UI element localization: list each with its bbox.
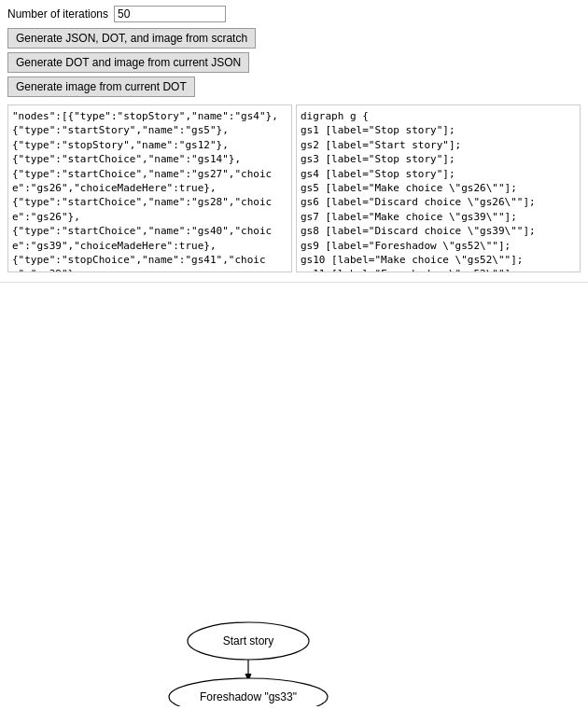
generate-json-dot-image-button[interactable]: Generate JSON, DOT, and image from scrat… (7, 28, 256, 49)
dot-editor-container: digraph g { gs1 [label="Stop story"]; gs… (296, 104, 581, 272)
btn2-row: Generate DOT and image from current JSON (7, 52, 581, 77)
btn1-row: Generate JSON, DOT, and image from scrat… (7, 28, 581, 52)
generate-image-button[interactable]: Generate image from current DOT (7, 77, 195, 97)
btn3-row: Generate image from current DOT (7, 77, 581, 101)
node-start-story-label: Start story (223, 634, 274, 647)
separator (0, 282, 588, 283)
top-section: Number of iterations Generate JSON, DOT,… (0, 0, 588, 278)
json-editor-container: "nodes":[{"type":"stopStory","name":"gs4… (7, 104, 292, 272)
generate-dot-image-button[interactable]: Generate DOT and image from current JSON (7, 52, 249, 73)
iterations-row: Number of iterations (7, 6, 581, 22)
graph-area: Start story Foreshadow "gs33" Do nothing… (0, 286, 588, 716)
graph-svg: Start story Foreshadow "gs33" Do nothing… (14, 296, 574, 706)
iterations-label: Number of iterations (7, 7, 108, 21)
iterations-input[interactable] (114, 6, 226, 22)
dot-editor[interactable]: digraph g { gs1 [label="Stop story"]; gs… (297, 105, 580, 272)
text-areas-row: "nodes":[{"type":"stopStory","name":"gs4… (7, 104, 581, 272)
json-editor[interactable]: "nodes":[{"type":"stopStory","name":"gs4… (8, 105, 291, 272)
node-foreshadow-gs33-label: Foreshadow "gs33" (200, 690, 297, 703)
